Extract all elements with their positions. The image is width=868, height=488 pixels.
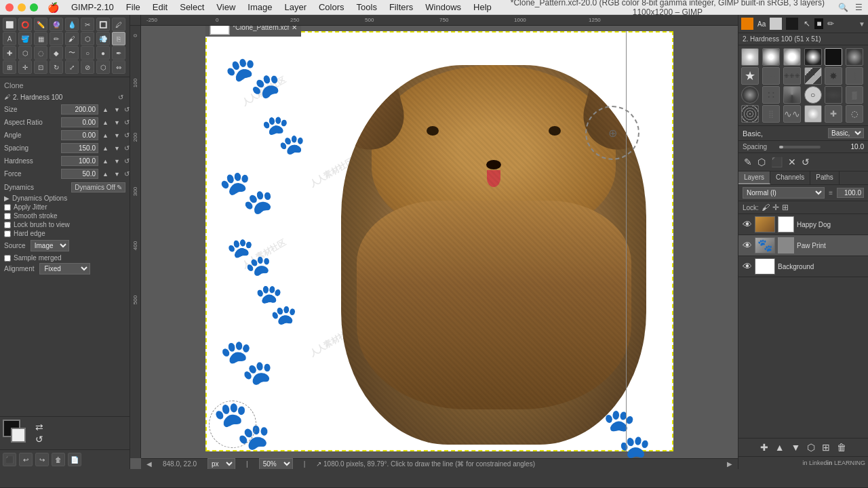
tool-scale[interactable]: ⤢ — [65, 60, 79, 74]
category-select[interactable]: Basic, Sketch Spray — [828, 128, 864, 138]
new-layer-btn[interactable]: ✚ — [759, 441, 770, 454]
brush-pointer-icon[interactable]: ↖ — [804, 19, 810, 28]
new-brush-btn[interactable]: ⬛ — [770, 155, 784, 169]
tab-channels[interactable]: Channels — [770, 171, 810, 184]
menu-view[interactable]: View — [211, 2, 241, 12]
hardness-input[interactable] — [61, 156, 98, 166]
tool-fuzzy-select[interactable]: 🔮 — [50, 18, 63, 31]
source-select[interactable]: Image Pattern — [31, 240, 69, 251]
brush-thumb-dotted[interactable] — [741, 105, 759, 123]
spacing-spin-down[interactable]: ▼ — [113, 145, 121, 152]
spacing-slider[interactable] — [779, 146, 821, 148]
raise-layer-btn[interactable]: ▲ — [774, 441, 786, 454]
brush-thumb-dots[interactable]: · ·· · · · · — [762, 67, 780, 85]
background-color-swatch[interactable] — [11, 428, 26, 443]
canvas-container[interactable]: 人人素材社区 人人素材社区 人人素材社区 人人素材社区 🐾 🐾 🐾 🐾 🐾 — [141, 26, 738, 458]
smooth-stroke-checkbox[interactable] — [4, 213, 11, 220]
swap-colors-icon[interactable]: ⇄ — [35, 422, 43, 432]
brush-thumb-bright[interactable] — [804, 105, 822, 123]
tool-airbrush[interactable]: 💨 — [96, 32, 110, 45]
tool-gradient[interactable]: ▦ — [34, 32, 47, 45]
brush-thumb-3[interactable] — [783, 48, 801, 66]
layer-visible-eye-paw-print[interactable]: 👁 — [743, 240, 752, 251]
reset-colors-icon[interactable]: ↺ — [35, 434, 43, 445]
maximize-button[interactable] — [30, 3, 38, 12]
brush-thumb-round[interactable]: ○ — [804, 86, 822, 104]
layer-mode-select[interactable]: Normal (l) Multiply Screen — [743, 187, 825, 199]
brush-thumb-6[interactable] — [846, 48, 863, 66]
new-image-btn[interactable]: ⬛ — [3, 453, 16, 466]
aspect-reset-btn[interactable]: ↺ — [124, 118, 130, 127]
angle-reset-btn[interactable]: ↺ — [124, 131, 130, 140]
canvas-close-icon[interactable]: ✕ — [292, 26, 297, 31]
tool-heal[interactable]: ✚ — [3, 46, 16, 60]
search-icon[interactable]: 🔍 — [838, 3, 848, 12]
brush-color-dark-swatch[interactable] — [786, 18, 798, 30]
tool-rect-select[interactable]: ⬜ — [3, 18, 16, 31]
tool-perspective-clone[interactable]: ⬡ — [18, 46, 32, 60]
merge-layer-btn[interactable]: ⊞ — [821, 441, 831, 454]
size-reset-btn[interactable]: ↺ — [124, 105, 130, 115]
tool-crop[interactable]: ⊡ — [34, 60, 47, 74]
script-btn[interactable]: 📄 — [68, 453, 81, 466]
brush-thumb-hatch[interactable] — [804, 67, 822, 85]
tool-paths[interactable]: 🖊 — [112, 18, 125, 31]
tool-pencil[interactable]: ✏ — [50, 32, 63, 45]
lock-all-icon[interactable]: ⊞ — [782, 203, 789, 212]
menu-colors[interactable]: Colors — [313, 2, 350, 12]
hardness-reset-btn[interactable]: ↺ — [124, 157, 130, 166]
brush-thumb-star[interactable]: ★ — [741, 67, 759, 85]
tool-dodge[interactable]: ○ — [81, 46, 94, 60]
tool-rotate[interactable]: ↻ — [50, 60, 63, 74]
delete-btn[interactable]: 🗑 — [52, 453, 65, 466]
brush-color-orange-swatch[interactable] — [741, 18, 753, 30]
aspect-input[interactable] — [61, 117, 98, 127]
layer-visible-eye-happy-dog[interactable]: 👁 — [743, 219, 752, 230]
tool-text[interactable]: A — [3, 32, 16, 45]
redo-btn[interactable]: ↪ — [35, 453, 49, 466]
spacing-input[interactable] — [61, 143, 98, 153]
brush-thumb-waves[interactable]: ∿∿ — [783, 105, 801, 123]
lock-brush-checkbox[interactable] — [4, 222, 11, 228]
tool-iscissors[interactable]: ✂ — [81, 18, 94, 31]
tool-burn[interactable]: ● — [96, 46, 110, 60]
hardness-spin-down[interactable]: ▼ — [113, 158, 121, 165]
brush-pen-icon[interactable]: ✏ — [827, 19, 834, 28]
brush-thumb-light[interactable]: ◌ — [846, 105, 863, 123]
angle-input[interactable] — [61, 130, 98, 140]
brush-reset-btn[interactable]: ↺ — [116, 92, 125, 102]
nav-next-btn[interactable]: ▶ — [727, 460, 732, 468]
spacing-spin-up[interactable]: ▲ — [101, 145, 110, 152]
tool-smudge[interactable]: 〜 — [65, 46, 79, 60]
zoom-select[interactable]: 50% 25% 100% — [259, 458, 293, 469]
edit-brush-btn[interactable]: ✎ — [743, 155, 753, 169]
close-button[interactable] — [5, 3, 14, 12]
force-input[interactable] — [61, 169, 98, 179]
menu-gimp[interactable]: GIMP-2.10 — [66, 2, 119, 12]
dog-canvas[interactable]: 人人素材社区 人人素材社区 人人素材社区 人人素材社区 🐾 🐾 🐾 🐾 🐾 — [205, 31, 673, 451]
tool-align[interactable]: ⊞ — [3, 60, 16, 74]
brush-thumb-soft-circle[interactable] — [741, 86, 759, 104]
brush-thumb-conic[interactable] — [783, 86, 801, 104]
tab-paths[interactable]: Paths — [810, 171, 840, 184]
brush-thumb-halftone[interactable]: ⣿ — [762, 105, 780, 123]
tool-ink[interactable]: ✒ — [112, 46, 125, 60]
brush-thumb-grass[interactable]: ⌇ — [846, 67, 863, 85]
brush-thumb-noise[interactable]: ▒ — [846, 86, 863, 104]
lock-pixels-icon[interactable]: 🖌 — [762, 203, 770, 212]
tool-blur[interactable]: ◌ — [34, 46, 47, 60]
tool-perspective[interactable]: ⬡ — [96, 60, 110, 74]
tool-sharpen[interactable]: ◆ — [50, 46, 63, 60]
dynamics-options-triangle[interactable]: ▶ — [4, 195, 9, 202]
brush-thumb-splatter[interactable]: ✸ — [825, 67, 842, 85]
tab-layers[interactable]: Layers — [738, 171, 770, 184]
force-reset-btn[interactable]: ↺ — [124, 169, 130, 179]
layer-item-background[interactable]: 👁 Background — [738, 256, 868, 277]
tool-ellipse-select[interactable]: ⭕ — [18, 18, 32, 31]
menu-file[interactable]: File — [121, 2, 146, 12]
nav-prev-btn[interactable]: ◀ — [146, 460, 152, 468]
spacing-reset-btn[interactable]: ↺ — [124, 144, 130, 153]
brush-thumb-2[interactable] — [762, 48, 780, 66]
brush-thumb-5[interactable] — [825, 48, 842, 66]
alignment-select[interactable]: Fixed Aligned Registered — [39, 263, 90, 274]
